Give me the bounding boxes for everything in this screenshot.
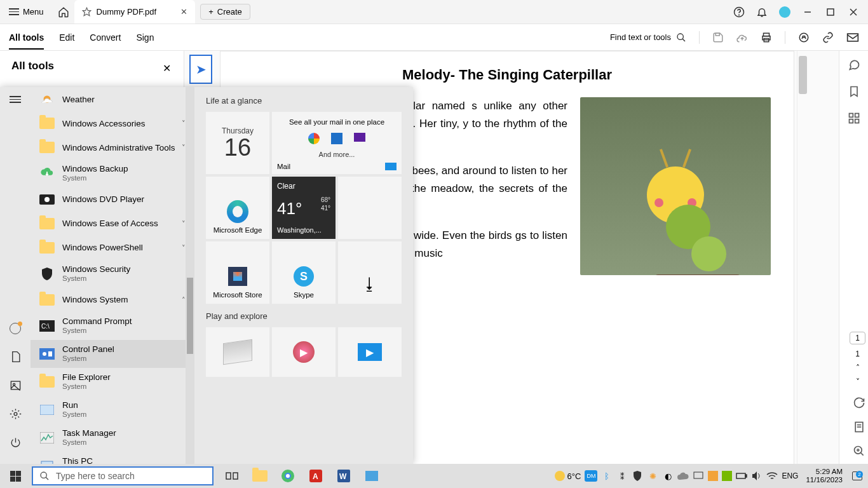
- list-item-backup[interactable]: Windows BackupSystem: [31, 159, 194, 187]
- link-icon[interactable]: [822, 32, 834, 43]
- close-button[interactable]: [848, 6, 859, 18]
- home-button[interactable]: [53, 0, 74, 24]
- list-item-accessories[interactable]: Windows Accessories ˅: [31, 111, 194, 135]
- find-button[interactable]: Find text or tools: [610, 32, 686, 43]
- tile-calendar[interactable]: Thursday 16: [206, 112, 269, 174]
- tile-download[interactable]: ⭳: [338, 241, 402, 304]
- user-icon[interactable]: [10, 323, 21, 334]
- reload-icon[interactable]: [853, 396, 865, 409]
- doc-icon[interactable]: [853, 421, 865, 433]
- mail-icon[interactable]: [846, 32, 859, 43]
- task-view-icon[interactable]: [219, 464, 245, 488]
- acrobat-icon[interactable]: A: [302, 464, 329, 488]
- pictures-icon[interactable]: [10, 379, 22, 391]
- svg-point-34: [44, 197, 50, 202]
- explorer-icon[interactable]: [247, 464, 273, 488]
- list-item-powershell[interactable]: Windows PowerShell ˅: [31, 236, 194, 260]
- avatar[interactable]: [779, 6, 790, 18]
- cloud-icon[interactable]: [736, 32, 748, 43]
- list-item-run[interactable]: RunSystem: [31, 396, 194, 424]
- close-panel-icon[interactable]: ✕: [163, 62, 171, 74]
- tab-sign[interactable]: Sign: [136, 32, 154, 43]
- page-thumbnail[interactable]: ➤: [189, 55, 212, 84]
- tile-blank-1[interactable]: [338, 177, 402, 239]
- notifications-button[interactable]: 2: [850, 471, 864, 480]
- chrome-icon[interactable]: [275, 464, 301, 488]
- list-item-security[interactable]: Windows SecuritySystem: [31, 260, 194, 288]
- tile-weather[interactable]: Clear 41° 68°41° Washington,...: [272, 177, 336, 239]
- tray-icon[interactable]: [693, 470, 704, 482]
- mail-tagline: See all your mail in one place: [277, 118, 397, 126]
- comment-icon[interactable]: [848, 58, 860, 71]
- weather-widget[interactable]: 6°C: [555, 471, 581, 481]
- svg-point-2: [739, 15, 740, 15]
- wifi-icon[interactable]: [766, 470, 778, 482]
- tray-icon[interactable]: ✺: [647, 470, 658, 482]
- ai-icon[interactable]: [798, 32, 810, 43]
- list-item-thispc[interactable]: This PCSystem: [31, 452, 194, 464]
- tab-all-tools[interactable]: All tools: [9, 32, 44, 50]
- onedrive-icon[interactable]: [677, 470, 689, 482]
- tile-skype[interactable]: S Skype: [272, 241, 336, 304]
- minimize-button[interactable]: [802, 6, 813, 18]
- print-icon[interactable]: [761, 32, 772, 43]
- security-tray-icon[interactable]: [632, 470, 643, 482]
- list-item-weather[interactable]: Weather: [31, 87, 194, 111]
- word-icon[interactable]: W: [330, 464, 357, 488]
- nvidia-icon[interactable]: [722, 471, 732, 481]
- start-hamburger-icon[interactable]: [10, 96, 21, 103]
- search-box[interactable]: Type here to search: [32, 466, 214, 485]
- tray-icon[interactable]: ◐: [662, 470, 674, 482]
- clock[interactable]: 5:29 AM 11/16/2023: [802, 468, 846, 484]
- tile-edge[interactable]: Microsoft Edge: [206, 177, 269, 239]
- page-current[interactable]: 1: [850, 332, 865, 344]
- list-item-explorer[interactable]: File ExplorerSystem: [31, 368, 194, 396]
- list-item-dvd[interactable]: Windows DVD Player: [31, 187, 194, 212]
- tile-xbox[interactable]: [206, 327, 269, 377]
- list-scrollbar[interactable]: [186, 87, 194, 464]
- plus-icon: +: [208, 7, 214, 17]
- app-list[interactable]: Weather Windows Accessories ˅ Windows Ad…: [31, 87, 194, 464]
- settings-icon[interactable]: [10, 408, 22, 420]
- grid-icon[interactable]: [848, 112, 860, 125]
- bluetooth-icon[interactable]: ᛒ: [601, 470, 613, 482]
- tab-convert[interactable]: Convert: [90, 32, 121, 43]
- create-button[interactable]: + Create: [200, 4, 250, 20]
- documents-icon[interactable]: [10, 351, 22, 363]
- tray-icon[interactable]: [708, 471, 718, 481]
- save-icon[interactable]: [712, 32, 724, 43]
- scrollbar[interactable]: [797, 51, 808, 488]
- app-icon[interactable]: [358, 464, 385, 488]
- bell-icon[interactable]: [756, 6, 768, 18]
- list-item-system[interactable]: Windows System ˄: [31, 288, 194, 312]
- help-icon[interactable]: [733, 6, 745, 18]
- bookmark-icon[interactable]: [848, 85, 860, 98]
- movies-icon: ▶: [358, 343, 382, 361]
- tile-store[interactable]: Microsoft Store: [206, 241, 269, 304]
- battery-icon[interactable]: [736, 470, 747, 482]
- zoom-in-icon[interactable]: [853, 445, 865, 458]
- tray-icon[interactable]: ⁑: [616, 470, 628, 482]
- list-item-control-panel[interactable]: Control PanelSystem: [31, 340, 194, 368]
- page-up-icon[interactable]: ˄: [856, 363, 860, 372]
- tile-movies[interactable]: ▶: [338, 327, 402, 377]
- list-item-cmd[interactable]: C:\ Command PromptSystem: [31, 312, 194, 340]
- tray-icon[interactable]: DM: [585, 470, 597, 482]
- tab-edit[interactable]: Edit: [59, 32, 74, 43]
- volume-icon[interactable]: [751, 470, 763, 482]
- tile-mail[interactable]: See all your mail in one place And more.…: [272, 112, 402, 174]
- language-indicator[interactable]: ENG: [782, 471, 798, 480]
- document-tab[interactable]: Dummy PDF.pdf ✕: [74, 0, 196, 24]
- power-icon[interactable]: [10, 437, 22, 449]
- maximize-button[interactable]: [825, 6, 836, 18]
- list-item-admintools[interactable]: Windows Administrative Tools ˅: [31, 135, 194, 159]
- doc-title: Melody- The Singing Caterpillar: [243, 67, 771, 83]
- close-tab-icon[interactable]: ✕: [180, 7, 187, 17]
- start-button[interactable]: [0, 464, 31, 488]
- svg-point-7: [677, 34, 683, 39]
- tile-groove[interactable]: ▶: [272, 327, 336, 377]
- list-item-ease[interactable]: Windows Ease of Access ˅: [31, 212, 194, 236]
- page-down-icon[interactable]: ˅: [856, 377, 860, 386]
- menu-button[interactable]: Menu: [0, 0, 53, 24]
- list-item-taskmgr[interactable]: Task ManagerSystem: [31, 424, 194, 452]
